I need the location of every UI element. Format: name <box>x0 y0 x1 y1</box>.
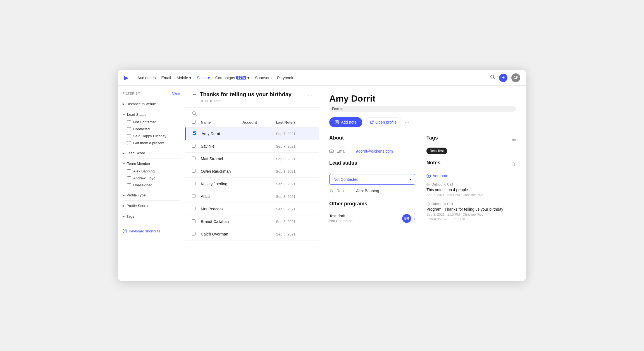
detail-more-button[interactable]: ··· <box>405 119 409 126</box>
fan-checkbox[interactable] <box>193 131 196 135</box>
nav-item-sponsors[interactable]: Sponsors <box>255 76 271 80</box>
filter-section-profile-type-header[interactable]: ▶ Profile Type <box>123 191 180 199</box>
lead-status-dropdown[interactable]: Not Contacted ▾ <box>329 174 415 185</box>
fan-row[interactable]: Caleb Overman Sep 3, 2021 <box>185 228 319 241</box>
fan-row[interactable]: Mrs Peacock Sep 3, 2021 <box>185 203 319 215</box>
col-account-header: Account <box>242 120 276 124</box>
filter-section-profile-source-header[interactable]: ▶ Profile Source <box>123 202 180 210</box>
detail-left: About Email adorrit@dickens.com Lead sta… <box>329 135 415 226</box>
other-programs-title: Other programs <box>329 201 415 207</box>
col-note-header: Last Note ▾ <box>276 120 312 124</box>
filter-unassigned[interactable]: Unassigned <box>127 182 180 189</box>
notes-header: Notes <box>426 160 516 170</box>
filter-andrew-floyd[interactable]: Andrew Floyd <box>127 175 180 182</box>
fan-row[interactable]: Al Lu Sep 3, 2021 <box>185 190 319 203</box>
note-body: Program | Thanks for telling us your bir… <box>426 207 516 211</box>
email-icon <box>329 149 334 153</box>
fan-row[interactable]: Owen Rauckman Sep 3, 2021 <box>185 165 319 178</box>
fan-checkbox[interactable] <box>192 144 195 148</box>
avatar[interactable]: CP <box>511 73 520 82</box>
filter-section-tags: ▶ Tags <box>123 212 180 220</box>
note-item: Outbound Call This note is on 4 people S… <box>426 182 516 197</box>
fan-checkbox[interactable] <box>192 207 195 210</box>
filter-section-lead-score-header[interactable]: ▶ Lead Score <box>123 149 180 157</box>
filter-section-tags-header[interactable]: ▶ Tags <box>123 212 180 220</box>
nav-item-playbook[interactable]: Playbook <box>277 76 293 80</box>
fan-checkbox[interactable] <box>192 182 195 185</box>
fan-name: Owen Rauckman <box>201 169 242 174</box>
fan-checkbox[interactable] <box>192 169 195 173</box>
filter-by-label: FILTER BY <box>123 92 140 95</box>
filter-section-distance: ▶ Distance to Venue <box>123 100 180 108</box>
fan-last-note: Sep 7, 2021 <box>276 144 312 148</box>
filter-section-distance-header[interactable]: ▶ Distance to Venue <box>123 100 180 108</box>
nav-item-campaigns[interactable]: Campaigns BETA ▾ <box>215 76 249 80</box>
tag-pill[interactable]: Beta Test <box>426 148 447 154</box>
fan-row[interactable]: Amy Dorrit Sep 7, 2021 <box>185 128 319 140</box>
keyboard-shortcuts-button[interactable]: ? Keyboard shortcuts <box>123 229 160 233</box>
panel-more-button[interactable]: ··· <box>307 92 312 97</box>
program-row[interactable]: Test draft Not Contacted BR › <box>329 211 415 226</box>
panel-title-row: ← Thanks for telling us your birthday <box>192 91 292 98</box>
open-profile-button[interactable]: Open profile <box>366 117 401 127</box>
middle-panel: ← Thanks for telling us your birthday ··… <box>185 86 319 281</box>
detail-name: Amy Dorrit <box>329 93 516 104</box>
filter-said-happy-birthday[interactable]: Said Happy Birthday <box>127 133 180 140</box>
contacted-checkbox[interactable] <box>127 127 131 131</box>
plus-circle-icon <box>426 174 431 178</box>
collapse-arrow-icon: ▶ <box>123 102 125 105</box>
fan-last-note: Sep 3, 2021 <box>276 182 312 186</box>
detail-panel: Amy Dorrit Female Add note <box>319 86 526 281</box>
nav-item-sales[interactable]: Sales ▾ <box>197 76 210 80</box>
filter-section-lead-status-header[interactable]: ▼ Lead Status <box>123 110 180 119</box>
unassigned-checkbox[interactable] <box>127 183 131 187</box>
nav-logo: ▶ <box>124 74 128 81</box>
fan-checkbox[interactable] <box>192 157 195 160</box>
said-happy-birthday-checkbox[interactable] <box>127 134 131 138</box>
chevron-down-icon: ▾ <box>208 76 210 80</box>
fan-name: Brandt Callahan <box>201 219 242 224</box>
add-note-link[interactable]: Add note <box>426 174 516 178</box>
notes-search-button[interactable] <box>511 162 516 168</box>
fan-row[interactable]: Matt Stramel Sep 3, 2021 <box>185 153 319 165</box>
create-button[interactable]: + <box>499 74 507 82</box>
program-info: Test draft Not Contacted <box>329 214 352 223</box>
filter-got-present[interactable]: Got them a present <box>127 140 180 146</box>
nav-item-email[interactable]: Email <box>161 76 171 80</box>
andrew-floyd-checkbox[interactable] <box>127 176 131 180</box>
nav-items: Audiences Email Mobile ▾ Sales ▾ Campaig… <box>137 76 483 80</box>
add-note-button[interactable]: Add note <box>329 117 362 127</box>
select-all-checkbox[interactable] <box>192 120 195 124</box>
fan-row[interactable]: Brandt Callahan Sep 3, 2021 <box>185 215 319 228</box>
fan-row[interactable]: Sav Nie Sep 7, 2021 <box>185 140 319 153</box>
detail-actions: Add note Open profile ··· <box>329 117 516 127</box>
col-name-header: Name <box>201 120 242 124</box>
filter-alex-banning[interactable]: Alex Banning <box>127 168 180 175</box>
not-contacted-checkbox[interactable] <box>127 120 131 124</box>
filter-section-team-member-header[interactable]: ▼ Team Member <box>123 160 180 168</box>
note-icon <box>335 120 339 124</box>
search-icon[interactable] <box>192 111 197 116</box>
fan-checkbox[interactable] <box>192 194 195 198</box>
divider <box>123 158 180 158</box>
collapse-arrow-icon: ▶ <box>123 152 125 155</box>
alex-banning-checkbox[interactable] <box>127 169 131 173</box>
back-button[interactable]: ← <box>192 92 197 97</box>
nav-item-mobile[interactable]: Mobile ▾ <box>176 76 191 80</box>
tags-edit-button[interactable]: Edit <box>510 138 516 142</box>
sort-icon[interactable]: ▾ <box>294 120 295 124</box>
fan-row[interactable]: Kelsey Joerling Sep 3, 2021 <box>185 178 319 190</box>
got-present-checkbox[interactable] <box>127 141 131 145</box>
keyboard-icon: ? <box>123 229 127 233</box>
filter-contacted[interactable]: Contacted <box>127 126 180 133</box>
clear-button[interactable]: Clear <box>172 91 180 95</box>
fan-checkbox[interactable] <box>192 219 195 223</box>
fan-list-header: Name Account Last Note ▾ <box>185 117 319 128</box>
chevron-down-icon: ▾ <box>189 76 191 80</box>
email-value[interactable]: adorrit@dickens.com <box>356 149 393 153</box>
note-body: This note is on 4 people <box>426 187 516 192</box>
fan-checkbox[interactable] <box>192 232 195 235</box>
search-button[interactable] <box>490 74 495 81</box>
filter-not-contacted[interactable]: Not Contacted <box>127 119 180 126</box>
nav-item-audiences[interactable]: Audiences <box>137 76 156 80</box>
